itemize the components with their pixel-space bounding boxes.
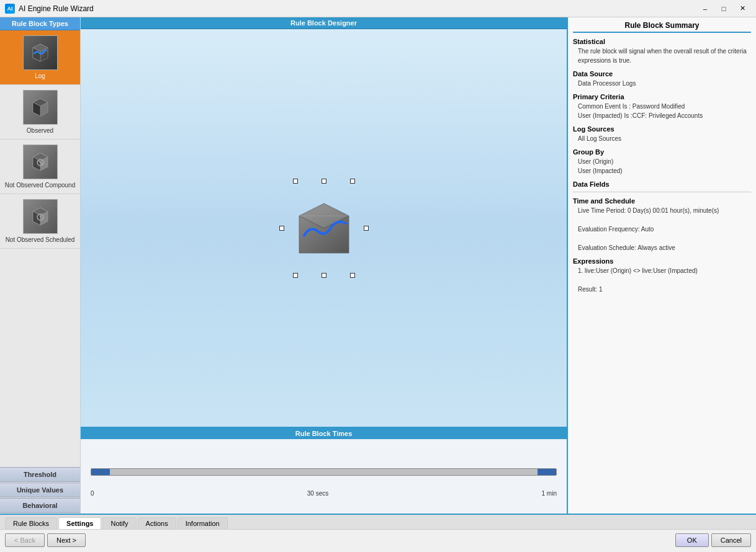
handle-ml[interactable] [279, 226, 284, 231]
not-observed-compound-icon [23, 145, 58, 179]
summary-section-expressions-title: Expressions [573, 257, 751, 265]
handle-br[interactable] [350, 273, 355, 278]
slider-label-end: 1 min [542, 490, 557, 497]
observed-icon [23, 90, 58, 125]
slider-labels: 0 30 secs 1 min [91, 490, 557, 497]
next-button[interactable]: Next > [47, 533, 86, 547]
nav-buttons: < Back Next > [5, 533, 86, 547]
handle-tr[interactable] [350, 179, 355, 184]
sidebar-item-log[interactable]: Log [0, 30, 80, 85]
handle-tc[interactable] [322, 179, 326, 184]
summary-header: Rule Block Summary [573, 21, 751, 33]
summary-timeschedule-text: Live Time Period: 0 Day(s) 00:01 hour(s)… [573, 206, 751, 252]
not-observed-scheduled-icon [23, 199, 58, 234]
bottom-area: Rule Blocks Settings Notify Actions Info… [0, 514, 756, 552]
times-header: Rule Block Times [81, 428, 567, 439]
ok-button[interactable]: OK [675, 533, 709, 547]
summary-section-timeschedule-title: Time and Schedule [573, 197, 751, 205]
summary-section-criteria-title: Primary Criteria [573, 93, 751, 100]
content-area: Rule Block Types [0, 17, 756, 514]
sidebar-item-not-observed-compound[interactable]: Not Observed Compound [0, 140, 80, 194]
slider-track [91, 468, 557, 476]
sidebar-bottom: Threshold Unique Values Behavioral [0, 467, 80, 514]
summary-datasource-text: Data Processor Logs [573, 79, 751, 88]
slider-container[interactable] [91, 463, 557, 481]
window-title: AI Engine Rule Wizard [19, 4, 696, 13]
behavioral-button[interactable]: Behavioral [0, 498, 80, 513]
tab-notify[interactable]: Notify [102, 517, 136, 529]
buttons-row: < Back Next > OK Cancel [0, 530, 756, 551]
summary-groupby-text: User (Origin) User (Impacted) [573, 157, 751, 176]
designer-canvas[interactable] [81, 29, 567, 427]
summary-criteria-text: Common Event Is : Password Modified User… [573, 102, 751, 120]
center-area: Rule Block Designer [81, 17, 567, 514]
summary-datafields-divider [573, 192, 751, 192]
title-bar: AI AI Engine Rule Wizard – □ ✕ [0, 0, 756, 17]
summary-expressions-text: 1. live:User (Origin) <> live:User (Impa… [573, 266, 751, 294]
handle-bc[interactable] [322, 273, 326, 278]
observed-label: Observed [27, 127, 53, 134]
window-controls: – □ ✕ [696, 2, 751, 16]
sidebar-item-observed[interactable]: Observed [0, 85, 80, 140]
times-content: 0 30 secs 1 min [81, 439, 567, 514]
not-observed-scheduled-label: Not Observed Scheduled [6, 236, 75, 243]
back-button[interactable]: < Back [5, 533, 45, 547]
sidebar: Rule Block Types [0, 17, 81, 514]
slider-label-start: 0 [91, 490, 94, 497]
cube-container[interactable] [274, 179, 374, 278]
log-block-icon [287, 191, 361, 265]
designer-header: Rule Block Designer [81, 17, 567, 29]
threshold-button[interactable]: Threshold [0, 467, 80, 482]
log-label: Log [35, 73, 45, 79]
times-panel: Rule Block Times 0 30 secs 1 min [81, 427, 567, 514]
sidebar-item-not-observed-scheduled[interactable]: Not Observed Scheduled [0, 194, 80, 249]
tab-information[interactable]: Information [178, 517, 228, 529]
sidebar-header: Rule Block Types [0, 17, 80, 30]
handle-mr[interactable] [364, 226, 369, 231]
summary-section-groupby-title: Group By [573, 148, 751, 156]
summary-section-logsources-title: Log Sources [573, 125, 751, 133]
designer-panel: Rule Block Designer [81, 17, 567, 427]
tab-rule-blocks[interactable]: Rule Blocks [5, 517, 57, 529]
app-icon: AI [5, 4, 15, 14]
handle-tl[interactable] [293, 179, 298, 184]
summary-section-datasource-title: Data Source [573, 70, 751, 78]
cancel-button[interactable]: Cancel [711, 533, 751, 547]
summary-statistical-text: The rule block will signal when the over… [573, 47, 751, 65]
minimize-button[interactable]: – [696, 2, 714, 16]
summary-section-datafields-title: Data Fields [573, 180, 751, 188]
tabs-row: Rule Blocks Settings Notify Actions Info… [0, 515, 756, 530]
summary-panel: Rule Block Summary Statistical The rule … [567, 17, 756, 514]
maximize-button[interactable]: □ [715, 2, 732, 16]
log-icon [23, 35, 58, 70]
summary-section-statistical-title: Statistical [573, 38, 751, 45]
handle-bl[interactable] [293, 273, 298, 278]
unique-values-button[interactable]: Unique Values [0, 483, 80, 497]
not-observed-compound-label: Not Observed Compound [5, 182, 75, 189]
summary-logsources-text: All Log Sources [573, 134, 751, 143]
tab-actions[interactable]: Actions [138, 517, 176, 529]
main-container: Rule Block Types [0, 17, 756, 552]
tab-settings[interactable]: Settings [58, 517, 101, 529]
slider-label-mid: 30 secs [307, 490, 328, 497]
action-buttons: OK Cancel [675, 533, 751, 547]
close-button[interactable]: ✕ [734, 2, 751, 16]
